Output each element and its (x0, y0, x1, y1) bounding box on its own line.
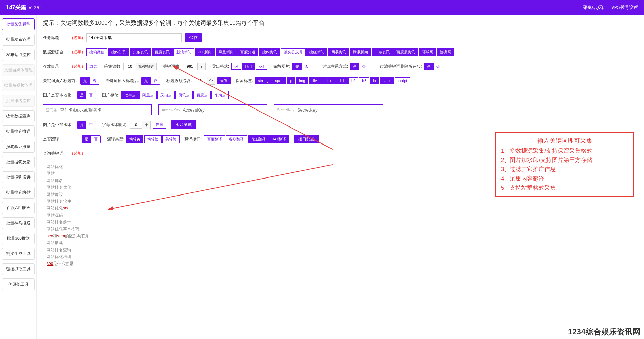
keeptag-7[interactable]: h2 (348, 77, 358, 84)
toggle-filtercontact[interactable]: 是否 (350, 63, 369, 70)
sidebar-item-17[interactable]: 伪原创工具 (2, 278, 35, 290)
transtype-tag-1[interactable]: 简转繁 (144, 135, 162, 143)
sidebar-item-8[interactable]: 搜狗验证推送 (2, 141, 35, 153)
sk-input[interactable] (297, 107, 380, 113)
source-tag-14[interactable]: 百度最资讯 (393, 48, 418, 56)
imgstore-tag-3[interactable]: 腾讯云 (175, 91, 193, 99)
export-tag-1[interactable]: html (242, 63, 255, 70)
imgstore-tag-0[interactable]: 七牛云 (121, 91, 139, 99)
sidebar-item-15[interactable]: 链接生成工具 (2, 248, 35, 260)
sidebar-item-14[interactable]: 批量360推送 (2, 233, 35, 244)
source-tag-7[interactable]: 百度知道 (237, 48, 258, 56)
toggle-img-local[interactable]: 是否 (77, 91, 96, 99)
watermark-test[interactable]: 水印测试 (171, 120, 196, 129)
count-input[interactable] (123, 63, 136, 70)
label-task-title: 任务标题: (43, 35, 71, 41)
ak-input-wrap[interactable]: AccessKey (158, 104, 267, 115)
keeptag-5[interactable]: article (320, 77, 336, 84)
source-tag-11[interactable]: 网易资讯 (328, 48, 349, 56)
keeptag-0[interactable]: strong (255, 77, 272, 84)
source-tag-16[interactable]: 澎湃网 (437, 48, 454, 56)
space-input[interactable] (60, 107, 149, 113)
main: 提示：关键词数最多1000个，采集数据源多个轮训，每个关键词最多采集10篇每个平… (37, 15, 644, 339)
sidebar-item-16[interactable]: 链接抓取工具 (2, 263, 35, 275)
transapi-tag-0[interactable]: 百度翻译 (204, 135, 225, 143)
transapi-tag-3[interactable]: 147翻译 (269, 135, 289, 143)
space-input-wrap[interactable]: 空间名 (43, 104, 152, 115)
label-rotation: 字母水印轮询: (102, 122, 128, 128)
keeptag-1[interactable]: span (272, 77, 287, 84)
sidebar-item-10[interactable]: 批量搜狗投诉 (2, 171, 35, 183)
export-tag-0[interactable]: txt (231, 63, 241, 70)
source-tag-1[interactable]: 搜狗知乎 (108, 48, 129, 56)
imgstore-tag-2[interactable]: 又拍云 (157, 91, 175, 99)
toggle-filterkw[interactable]: 是否 (424, 63, 443, 70)
title-must-unit: 个 (207, 77, 215, 85)
rotation-set[interactable]: 设置 (153, 121, 166, 129)
toggle-keepimg[interactable]: 是否 (292, 63, 311, 70)
browse-button[interactable]: 浏览 (86, 63, 100, 70)
title-must-set[interactable]: 设置 (217, 77, 231, 84)
source-tag-0[interactable]: 搜狗微信 (86, 48, 107, 56)
required-mark: (必填) (72, 49, 83, 55)
rotation-input[interactable] (130, 121, 142, 129)
sidebar-item-0[interactable]: 批量采集管理 (2, 18, 35, 30)
ak-input[interactable] (183, 107, 264, 113)
source-tag-8[interactable]: 搜狗资讯 (259, 48, 280, 56)
sidebar-item-1[interactable]: 批量发布管理 (2, 34, 35, 46)
label-watermark: 图片是否加水印: (43, 122, 77, 128)
keyword-textarea[interactable]: 网站优化网站网站排名网站排名优化网站建设网站排名软件网站优化seo网站源码网站排… (43, 160, 638, 270)
kwcount-input[interactable] (183, 63, 198, 70)
sidebar-item-2[interactable]: 发布站点监控 (2, 49, 35, 61)
keeptag-9[interactable]: br (370, 77, 379, 84)
keeptag-10[interactable]: table (380, 77, 394, 84)
sidebar-item-9[interactable]: 批量搜狗反馈 (2, 156, 35, 168)
source-tag-12[interactable]: 腾讯新闻 (350, 48, 371, 56)
link-vps[interactable]: VPS拨号设置 (611, 5, 638, 10)
transtype-tag-0[interactable]: 简转英 (126, 135, 143, 143)
source-tag-6[interactable]: 凤凰新闻 (216, 48, 237, 56)
source-tags: 搜狗微信搜狗知乎头条资讯百度资讯新浪新闻360新闻凤凰新闻百度知道搜狗资讯搜狗公… (86, 48, 454, 56)
source-tag-3[interactable]: 百度资讯 (152, 48, 173, 56)
source-tag-5[interactable]: 360新闻 (195, 48, 215, 56)
source-tag-9[interactable]: 搜狗公众号 (281, 48, 306, 56)
sidebar-item-11[interactable]: 批量搜狗绑站 (2, 187, 35, 199)
source-tag-4[interactable]: 新浪新闻 (173, 48, 194, 56)
source-tag-10[interactable]: 搜狐新闻 (306, 48, 327, 56)
transapi-tag-2[interactable]: 有道翻译 (248, 135, 269, 143)
keeptag-8[interactable]: h3 (359, 77, 369, 84)
brand-name: 147采集 (6, 4, 26, 10)
task-title-input[interactable] (86, 33, 182, 42)
source-tag-2[interactable]: 头条资讯 (130, 48, 151, 56)
keeptag-4[interactable]: div (309, 77, 320, 84)
keeptag-tags: strongspanpimgdivarticleh1h2h3brtablescr… (255, 77, 410, 84)
imgstore-tag-4[interactable]: 百度云 (193, 91, 211, 99)
keeptag-2[interactable]: p (287, 77, 295, 84)
sidebar-item-13[interactable]: 批量神马推送 (2, 217, 35, 229)
sk-input-wrap[interactable]: SecretKey (274, 104, 383, 115)
api-config-button[interactable]: 接口配置 (294, 135, 319, 143)
sidebar-item-7[interactable]: 批量搜狗推送 (2, 125, 35, 137)
sidebar-item-6[interactable]: 收录数据查询 (2, 110, 35, 122)
imgstore-tag-5[interactable]: 华为云 (211, 91, 229, 99)
link-qq[interactable]: 采集QQ群 (583, 5, 603, 10)
label-count: 采集篇数: (104, 64, 121, 69)
toggle-insert-after[interactable]: 是否 (141, 77, 160, 85)
keeptag-11[interactable]: script (395, 77, 410, 84)
label-img-local: 图片是否本地化: (43, 92, 77, 98)
keeptag-3[interactable]: img (296, 77, 308, 84)
keeptag-6[interactable]: h1 (337, 77, 348, 84)
toggle-watermark[interactable]: 是否 (77, 121, 96, 129)
title-must-input[interactable] (194, 77, 207, 84)
sidebar-item-12[interactable]: 百度API推送 (2, 202, 35, 214)
source-tag-13[interactable]: 一点资讯 (372, 48, 393, 56)
save-button[interactable]: 保存 (185, 33, 202, 42)
transapi-tag-1[interactable]: 谷歌翻译 (226, 135, 247, 143)
toggle-insert-before[interactable]: 是否 (80, 77, 99, 85)
label-insert-before: 关键词插入标题前: (43, 78, 80, 84)
imgstore-tag-1[interactable]: 阿里云 (139, 91, 157, 99)
source-tag-15[interactable]: 环球网 (419, 48, 436, 56)
export-tag-2[interactable]: xxf (256, 63, 267, 70)
toggle-translate[interactable]: 是否 (82, 135, 101, 143)
transtype-tag-2[interactable]: 英转简 (162, 135, 180, 143)
